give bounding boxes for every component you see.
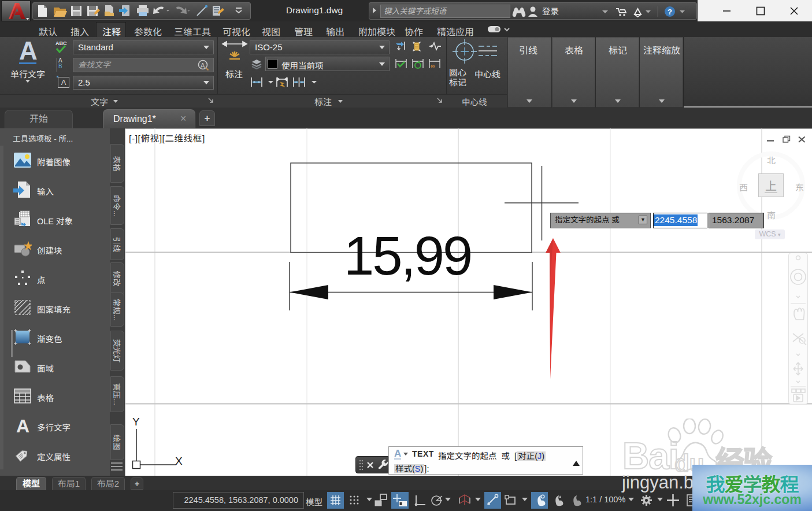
svg-text:A: A (201, 62, 205, 69)
svg-text:∞: ∞ (431, 62, 435, 69)
svg-text:A: A (16, 416, 29, 435)
svg-text:?: ? (668, 8, 672, 16)
svg-text:登录: 登录 (542, 5, 559, 17)
